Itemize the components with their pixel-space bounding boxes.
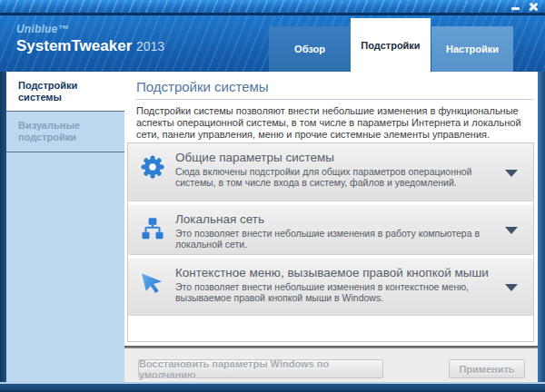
category-local-network[interactable]: Локальная сеть Это позволяет внести небо… [128,205,533,255]
window-border-left [0,72,6,392]
tab-overview[interactable]: Обзор [269,26,351,72]
category-title: Контекстное меню, вызываемое правой кноп… [175,266,493,279]
minimize-icon[interactable] [511,7,520,10]
tweak-category-list: Общие параметры системы Сюда включены по… [127,142,534,342]
footer-bar: Восстановить параметры Windows по умолча… [124,346,538,382]
cursor-icon [137,269,168,296]
chevron-down-icon[interactable] [505,227,518,234]
category-context-menu[interactable]: Контекстное меню, вызываемое правой кноп… [128,259,533,316]
page-description: Подстройки системы позволяют внести небо… [136,105,532,141]
category-description: Сюда включены подстройки для общих парам… [175,166,493,188]
title-bar[interactable] [0,0,545,13]
category-description: Это позволяет внести небольшие изменения… [175,228,493,250]
chevron-down-icon[interactable] [505,170,518,177]
app-header: Uniblue™ SystemTweaker 2013 Обзор Подстр… [0,15,545,72]
sidebar: Подстройки системы Визуальные подстройки [6,72,124,382]
close-icon[interactable] [528,2,538,12]
gear-icon [137,153,168,181]
product-name: SystemTweaker 2013 [16,38,164,55]
product-year: 2013 [136,39,164,54]
window-border-bottom [0,384,545,392]
app-window: Uniblue™ SystemTweaker 2013 Обзор Подстр… [0,0,545,392]
network-icon [137,215,168,242]
tab-tweaks[interactable]: Подстройки [351,18,431,72]
category-title: Общие параметры системы [175,151,493,164]
category-general-system[interactable]: Общие параметры системы Сюда включены по… [128,143,533,201]
sidebar-empty-area [6,152,124,382]
category-title: Локальная сеть [175,212,493,226]
page-title: Подстройки системы [136,79,530,94]
apply-button[interactable]: Применить [449,359,525,378]
restore-defaults-button[interactable]: Восстановить параметры Windows по умолча… [138,359,383,378]
sidebar-item-visual-tweaks[interactable]: Визуальные подстройки [6,112,124,152]
tab-settings[interactable]: Настройки [431,26,513,72]
brand-name: Uniblue™ [16,24,164,35]
sidebar-item-system-tweaks[interactable]: Подстройки системы [6,72,124,111]
title-divider [136,99,533,100]
window-border-right [538,72,545,392]
app-body: Подстройки системы Визуальные подстройки… [6,72,538,382]
chevron-down-icon[interactable] [505,284,518,291]
app-logo: Uniblue™ SystemTweaker 2013 [16,24,164,55]
main-content: Подстройки системы Подстройки системы по… [124,72,538,382]
category-description: Это позволяет внести небольшие изменения… [175,281,493,303]
